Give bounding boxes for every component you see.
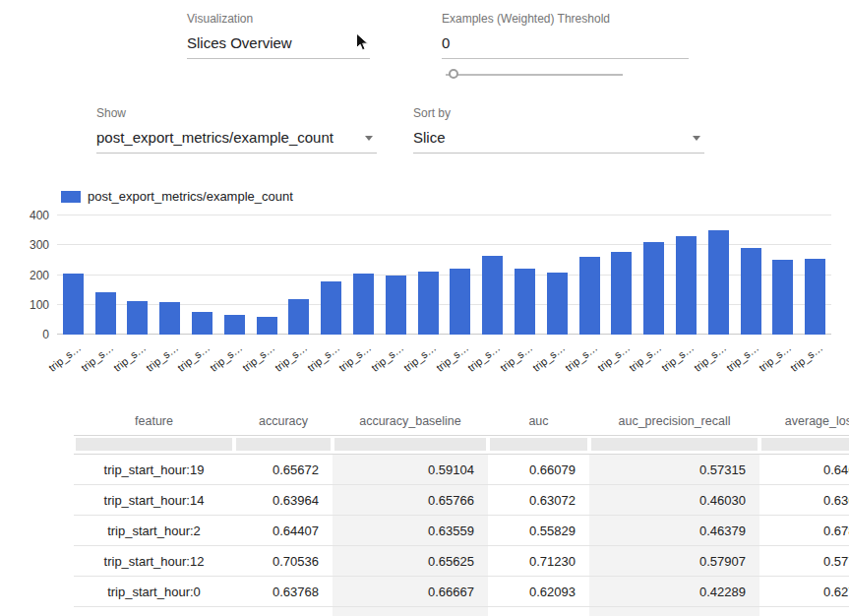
metric-cell: 0.44173 [589,607,759,616]
column-filter-input[interactable] [334,438,486,451]
bar[interactable] [192,312,212,335]
column-header-accuracy[interactable]: accuracy [234,406,333,436]
bar-slot [799,216,831,335]
sort-by-label: Sort by [413,106,704,120]
bar-slot [767,216,800,335]
y-axis-tick: 0 [6,328,49,341]
column-filter-input[interactable] [490,438,587,451]
table-row[interactable]: trip_start_hour:20.644070.635590.558290.… [74,516,849,546]
bar[interactable] [643,242,664,335]
column-header-average_loss[interactable]: average_loss [759,406,849,436]
show-label: Show [96,106,377,120]
bar[interactable] [805,259,825,335]
bar[interactable] [63,274,84,335]
bar-slot [380,216,412,335]
bar[interactable] [224,315,245,335]
table-header: featureaccuracyaccuracy_baselineaucauc_p… [74,406,849,455]
bar-slot [735,216,767,335]
show-control: Show post_export_metrics/example_count [96,106,377,154]
bars [57,216,831,335]
x-label-slot: trip_s… [251,335,283,382]
bar-slot [218,216,251,335]
bar[interactable] [708,230,729,335]
column-filter-input[interactable] [761,438,849,451]
table-row[interactable]: trip_start_hour:00.637680.666670.620930.… [74,577,849,607]
visualization-label: Visualization [187,12,370,26]
feature-cell: trip_start_hour:0 [74,577,234,607]
threshold-control: Examples (Weighted) Threshold 0 [442,12,689,59]
table-row[interactable]: trip_start_hour:140.639640.657660.630720… [74,485,849,516]
x-label-slot: trip_s… [122,335,154,382]
column-header-auc_precision_recall[interactable]: auc_precision_recall [589,406,759,436]
table-row[interactable]: trip_start_hour:230.660160.648440.583370… [74,607,849,616]
bar[interactable] [676,236,697,335]
bar-slot [670,216,702,335]
metric-cell: 0.64844 [333,607,488,616]
metric-cell: 0.66079 [488,455,589,485]
table-filter-row [74,436,849,455]
metric-cell: 0.67816 [759,516,849,546]
sort-by-value: Slice [413,129,446,146]
column-header-feature[interactable]: feature [74,406,234,436]
bar[interactable] [95,292,116,335]
x-axis: trip_s…trip_s…trip_s…trip_s…trip_s…trip_… [57,335,831,382]
x-label-slot: trip_s… [541,335,574,382]
feature-cell: trip_start_hour:19 [74,455,234,485]
threshold-input[interactable]: 0 [442,31,689,59]
bar[interactable] [321,281,341,335]
bar[interactable] [547,273,568,335]
table-row[interactable]: trip_start_hour:190.656720.591040.660790… [74,455,849,485]
bar[interactable] [418,272,439,335]
y-axis-tick: 100 [6,298,49,312]
metric-cell: 0.64407 [234,516,333,546]
show-select[interactable]: post_export_metrics/example_count [96,125,377,154]
chevron-down-icon [365,136,373,141]
threshold-slider[interactable] [446,68,623,82]
metric-cell: 0.59104 [333,455,488,485]
bar[interactable] [127,301,148,335]
metric-cell: 0.63559 [333,516,488,546]
bar[interactable] [450,269,470,335]
column-header-accuracy_baseline[interactable]: accuracy_baseline [333,406,488,436]
bar-slot [122,216,154,335]
bar[interactable] [611,252,632,335]
metric-cell: 0.70536 [234,546,333,577]
x-label-slot: trip_s… [574,335,606,382]
visualization-select[interactable]: Slices Overview [187,31,370,59]
bar[interactable] [257,317,277,335]
bar[interactable] [353,274,374,335]
metric-cell: 0.63655 [759,485,849,516]
y-axis: 0100200300400 [6,216,49,335]
column-header-auc[interactable]: auc [488,406,589,436]
bar[interactable] [288,299,309,335]
bar-slot [90,216,122,335]
x-label-slot: trip_s… [283,335,316,382]
slider-handle[interactable] [449,69,458,79]
table-row[interactable]: trip_start_hour:120.705360.656250.712300… [74,546,849,577]
bar-slot [541,216,574,335]
threshold-label: Examples (Weighted) Threshold [442,12,689,26]
y-axis-tick: 300 [6,238,49,252]
bar[interactable] [772,260,793,335]
bar[interactable] [515,269,535,335]
bar[interactable] [482,256,503,335]
bar[interactable] [741,248,761,335]
column-filter-input[interactable] [236,438,331,451]
bar-slot [606,216,638,335]
x-axis-label: trip_s… [46,341,83,374]
bar[interactable] [386,276,406,336]
legend-label: post_export_metrics/example_count [88,189,293,204]
column-filter-input[interactable] [591,438,758,451]
bar[interactable] [159,302,180,335]
bar-slot [57,216,90,335]
bar[interactable] [579,257,600,335]
feature-cell: trip_start_hour:23 [74,607,234,616]
slider-track [446,74,623,76]
column-filter-input[interactable] [76,438,232,451]
metric-cell: 0.42289 [589,577,759,607]
chart-legend: post_export_metrics/example_count [61,189,293,204]
bar-slot [476,216,509,335]
bar-slot [283,216,316,335]
metric-cell: 0.57315 [589,455,759,485]
sort-by-select[interactable]: Slice [413,125,704,154]
